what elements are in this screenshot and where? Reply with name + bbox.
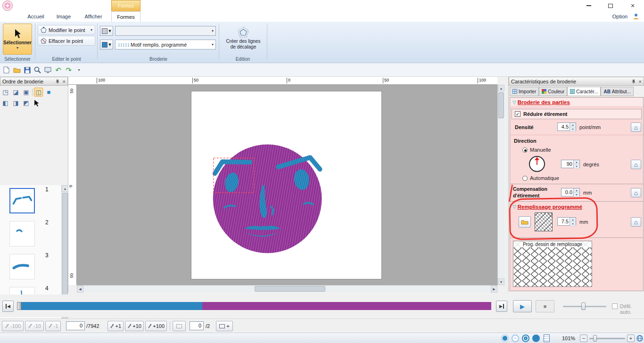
- open-file-icon[interactable]: [12, 65, 21, 74]
- zoom-out-icon[interactable]: −: [580, 335, 587, 342]
- scroll-up-icon[interactable]: ▲: [62, 185, 68, 192]
- frame-counter-input[interactable]: 0: [190, 321, 204, 330]
- outline-stitch-combo[interactable]: ▾: [115, 26, 216, 36]
- design-canvas[interactable]: [77, 85, 497, 285]
- step-minus-100-button[interactable]: -100: [2, 321, 24, 331]
- ungroup-parts-icon[interactable]: ▣: [22, 88, 31, 97]
- density-input[interactable]: 4.5 ▲▼: [557, 122, 576, 131]
- user-account-icon[interactable]: [633, 13, 639, 21]
- scrollbar-thumb[interactable]: [255, 286, 325, 292]
- spinner-arrows[interactable]: ▲▼: [573, 188, 579, 196]
- color-block-icon[interactable]: ■: [44, 88, 53, 97]
- save-icon[interactable]: [23, 65, 32, 74]
- browse-pattern-button[interactable]: [519, 216, 531, 228]
- section-remplissage-programme[interactable]: ▽ Remplissage programmé: [510, 202, 643, 211]
- vertical-scrollbar[interactable]: ▲ ▼: [497, 85, 504, 285]
- auto-scroll-checkbox[interactable]: [612, 303, 618, 309]
- tab-image[interactable]: Image: [52, 11, 75, 22]
- preview-screen-icon[interactable]: [43, 65, 52, 74]
- play-button[interactable]: ▶: [513, 300, 532, 312]
- order-item-3[interactable]: 3: [0, 251, 61, 284]
- toolbar-options-icon[interactable]: ▾: [74, 65, 83, 74]
- tab-accueil[interactable]: Accueil: [23, 11, 49, 22]
- order-item-2[interactable]: 2: [0, 218, 61, 251]
- step-minus-1-button[interactable]: -1: [45, 321, 61, 331]
- scroll-right-icon[interactable]: ▶: [491, 286, 497, 293]
- stitch-view-icon[interactable]: [501, 335, 509, 342]
- step-plus-10-button[interactable]: +10: [125, 321, 144, 331]
- step-plus-1-button[interactable]: +1: [107, 321, 124, 331]
- step-plus-100-button[interactable]: +100: [145, 321, 167, 331]
- undo-icon[interactable]: ↶: [54, 65, 63, 74]
- compensation-input[interactable]: 0.0 ▲▼: [561, 188, 580, 196]
- apply-default-icon[interactable]: ⌂: [631, 122, 641, 132]
- direction-input[interactable]: 90 ▲▼: [561, 160, 580, 168]
- scrollbar-thumb[interactable]: [498, 92, 504, 118]
- stop-button[interactable]: ■: [536, 300, 554, 312]
- direction-dial[interactable]: [529, 156, 545, 172]
- progress-handle[interactable]: [17, 302, 21, 310]
- globe-icon[interactable]: [636, 335, 643, 343]
- solid-view-icon[interactable]: [532, 335, 540, 342]
- maximize-button[interactable]: [600, 0, 621, 11]
- spinner-arrows[interactable]: ▲▼: [570, 123, 576, 131]
- skip-to-start-button[interactable]: ◀: [2, 301, 14, 312]
- speed-slider-handle[interactable]: [581, 302, 586, 310]
- fill-color-button[interactable]: ▾: [100, 40, 113, 49]
- tab-importer[interactable]: Importer: [510, 87, 539, 96]
- spinner-arrows[interactable]: ▲▼: [570, 218, 576, 225]
- zoom-in-icon[interactable]: +: [627, 335, 635, 342]
- contextual-tab-group[interactable]: Formes: [111, 0, 140, 11]
- fill-pattern-swatch[interactable]: [535, 212, 553, 231]
- app-logo-icon[interactable]: [2, 0, 13, 11]
- option-button[interactable]: Option: [609, 11, 631, 22]
- merge-all-icon[interactable]: ◩: [22, 98, 31, 107]
- group-parts-icon[interactable]: ◪: [11, 88, 20, 97]
- step-minus-10-button[interactable]: -10: [25, 321, 44, 331]
- offset-lines-button[interactable]: Créer des lignes de décalage: [222, 24, 265, 55]
- reduce-stretch-checkbox[interactable]: ✓: [515, 111, 520, 117]
- horizontal-scrollbar[interactable]: ◀ ▶: [77, 285, 497, 292]
- tab-afficher[interactable]: Afficher: [79, 11, 107, 22]
- scroll-down-icon[interactable]: ▼: [498, 278, 504, 285]
- close-panel-icon[interactable]: ×: [639, 79, 642, 84]
- zoom-icon[interactable]: [33, 65, 42, 74]
- design-object-face[interactable]: [191, 91, 381, 279]
- frame-add-button[interactable]: +: [216, 321, 233, 331]
- merge-right-icon[interactable]: ◨: [11, 98, 20, 107]
- close-button[interactable]: ×: [621, 0, 644, 11]
- tab-caracteristiques[interactable]: Caractér...: [567, 87, 601, 96]
- order-item-1[interactable]: 1: [0, 185, 61, 218]
- select-frame-icon[interactable]: ◳: [1, 88, 10, 97]
- tab-couleur[interactable]: Couleur: [539, 87, 567, 96]
- zoom-slider-handle[interactable]: [593, 335, 597, 342]
- minimize-button[interactable]: [578, 0, 600, 11]
- pointer-tool-icon[interactable]: [32, 98, 41, 107]
- prog-fill-size-input[interactable]: 7.5 ▲▼: [557, 217, 576, 226]
- design-property-icon[interactable]: [544, 335, 550, 342]
- apply-default-icon[interactable]: ⌂: [631, 217, 641, 227]
- fill-stitch-combo[interactable]: ↕↕↕↕↕ Motif remplis. programmé ▾: [115, 40, 216, 49]
- outline-color-button[interactable]: ▾: [100, 26, 113, 36]
- manual-radio[interactable]: [522, 147, 528, 153]
- select-tool-button[interactable]: Sélectionner ▼: [3, 24, 32, 55]
- skip-to-end-button[interactable]: ▶: [496, 301, 507, 312]
- design-page[interactable]: [191, 91, 382, 279]
- scroll-left-icon[interactable]: ◀: [77, 286, 83, 293]
- modify-point-button[interactable]: Modifier le point ▾: [38, 25, 95, 35]
- section-broderie-des-parties[interactable]: ▽ Broderie des parties: [510, 98, 643, 107]
- pin-icon[interactable]: [55, 79, 60, 84]
- spinner-arrows[interactable]: ▲▼: [573, 160, 579, 168]
- close-panel-icon[interactable]: ×: [63, 79, 66, 84]
- stitch-counter-input[interactable]: 0: [66, 321, 85, 330]
- erase-point-button[interactable]: Effacer le point: [38, 36, 95, 46]
- automatic-radio[interactable]: [522, 176, 528, 181]
- apply-default-icon[interactable]: ⌂: [631, 160, 641, 169]
- frame-back-button[interactable]: [173, 321, 186, 331]
- tab-formes[interactable]: Formes: [111, 11, 140, 22]
- tab-attributs[interactable]: AB Attribut...: [601, 87, 633, 96]
- new-document-icon[interactable]: [2, 65, 11, 74]
- realistic-view-icon[interactable]: +: [512, 335, 519, 342]
- active-order-tool-icon[interactable]: ◫: [34, 88, 43, 97]
- redo-icon[interactable]: ↷: [64, 65, 73, 74]
